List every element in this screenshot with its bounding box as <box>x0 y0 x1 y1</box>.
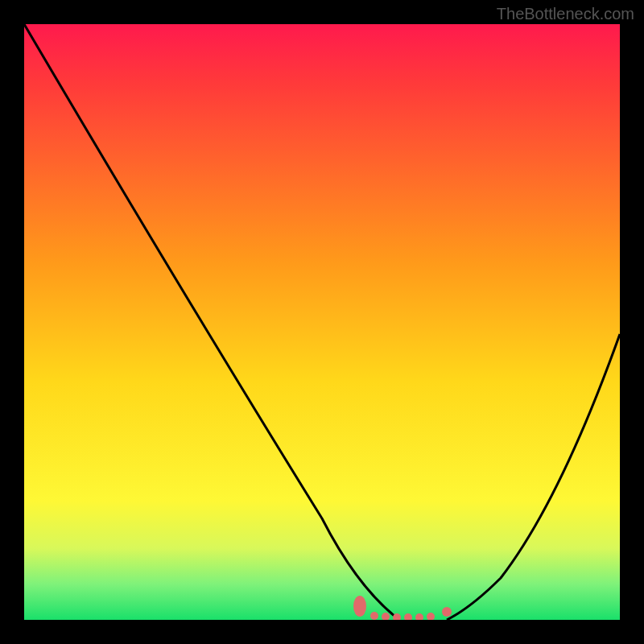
marker-left-end <box>353 596 366 617</box>
chart-container: TheBottleneck.com <box>0 0 644 644</box>
marker-bottom-5 <box>415 613 423 620</box>
watermark-text: TheBottleneck.com <box>497 5 634 23</box>
marker-right-end <box>442 607 452 617</box>
marker-bottom-3 <box>393 613 401 620</box>
marker-layer <box>24 24 620 620</box>
marker-bottom-4 <box>404 613 412 620</box>
plot-area <box>24 24 620 620</box>
marker-bottom-1 <box>370 612 378 620</box>
marker-bottom-2 <box>382 613 390 620</box>
marker-bottom-6 <box>427 613 435 620</box>
